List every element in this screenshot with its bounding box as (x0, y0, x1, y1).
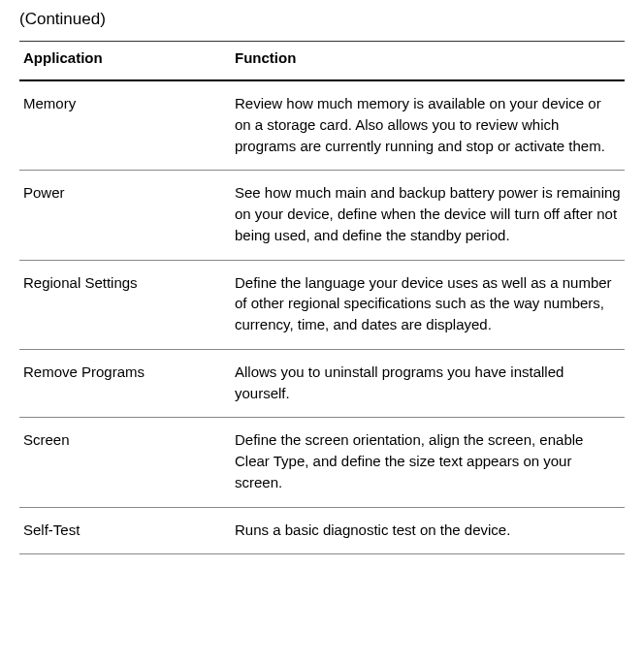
cell-application: Remove Programs (19, 349, 231, 418)
cell-function: Runs a basic diagnostic test on the devi… (231, 507, 625, 554)
cell-function: Allows you to uninstall programs you hav… (231, 349, 625, 418)
continued-label: (Continued) (19, 10, 625, 29)
table-row: Self-Test Runs a basic diagnostic test o… (19, 507, 625, 554)
header-function: Function (231, 42, 625, 81)
cell-application: Regional Settings (19, 260, 231, 349)
table-row: Regional Settings Define the language yo… (19, 260, 625, 349)
table-row: Power See how much main and backup batte… (19, 171, 625, 260)
applications-table: Application Function Memory Review how m… (19, 41, 625, 554)
table-row: Remove Programs Allows you to uninstall … (19, 349, 625, 418)
table-row: Screen Define the screen orientation, al… (19, 418, 625, 507)
cell-function: Review how much memory is available on y… (231, 80, 625, 171)
table-header-row: Application Function (19, 42, 625, 81)
cell-function: Define the language your device uses as … (231, 260, 625, 349)
cell-function: See how much main and backup battery pow… (231, 171, 625, 260)
header-application: Application (19, 42, 231, 81)
cell-application: Screen (19, 418, 231, 507)
cell-application: Power (19, 171, 231, 260)
cell-function: Define the screen orientation, align the… (231, 418, 625, 507)
cell-application: Memory (19, 80, 231, 171)
table-row: Memory Review how much memory is availab… (19, 80, 625, 171)
cell-application: Self-Test (19, 507, 231, 554)
